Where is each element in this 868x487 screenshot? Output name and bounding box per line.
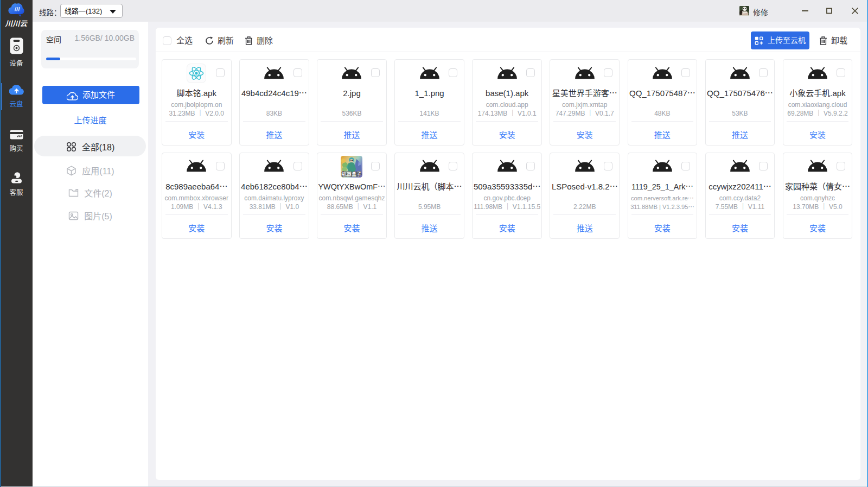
svg-text:机器盒子: 机器盒子: [342, 171, 361, 177]
